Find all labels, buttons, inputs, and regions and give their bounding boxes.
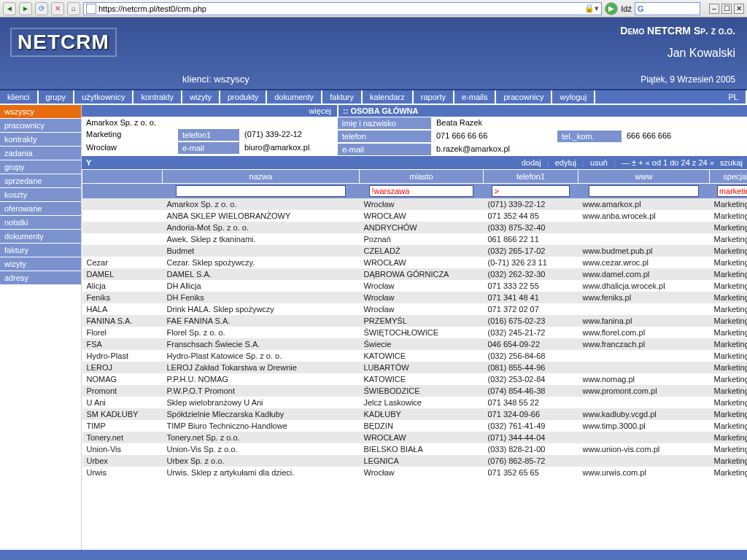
menu-faktury[interactable]: faktury — [322, 90, 363, 104]
sidebar-item-oferowane[interactable]: oferowane — [0, 202, 81, 216]
table-row[interactable]: SM KADŁUBYSpółdzielnie Mleczarska Kadłub… — [82, 408, 748, 420]
cell-www: www.timp.3000.pl — [578, 420, 710, 432]
table-row[interactable]: Andoria-Mot Sp. z o. o.ANDRYCHÓW(033) 87… — [82, 222, 748, 233]
cell-miasto: LUBARTÓW — [360, 362, 484, 373]
cell-miasto: WROCŁAW — [360, 257, 484, 268]
cell-miasto: BĘDZIN — [360, 420, 484, 432]
table-row[interactable]: ANBA SKLEP WIELOBRANŻOWYWROCŁAW071 352 4… — [82, 210, 748, 222]
reload-button[interactable]: ⟳ — [35, 2, 48, 15]
table-row[interactable]: UrwisUrwis. Sklep z artykułami dla dziec… — [82, 467, 748, 478]
cell-miasto: Świecie — [360, 338, 484, 350]
menu-dokumenty[interactable]: dokumenty — [267, 90, 322, 104]
dropdown-icon[interactable]: ▾ — [595, 4, 599, 13]
col-short[interactable] — [82, 170, 163, 184]
table-row[interactable]: Amarkox Sp. z o. o.Wrocław(071) 339-22-1… — [82, 198, 748, 210]
table-row[interactable]: BudmetCZELADŹ(032) 265-17-02www.budmet.p… — [82, 245, 748, 257]
restore-button[interactable]: ☐ — [721, 4, 732, 14]
cell-short: Tonery.net — [82, 432, 163, 443]
action-search[interactable]: szukaj — [720, 158, 743, 167]
table-row[interactable]: TIMPTIMP Biuro Techniczno-HandloweBĘDZIN… — [82, 420, 748, 432]
sidebar-item-koszty[interactable]: koszty — [0, 188, 81, 202]
sidebar-item-adresy[interactable]: adresy — [0, 271, 81, 285]
filter-www[interactable] — [589, 185, 699, 197]
menu-e-mails[interactable]: e-mails — [454, 90, 496, 104]
stop-button[interactable]: ✕ — [51, 2, 64, 15]
table-row[interactable]: UrbexUrbex Sp. z o.o.LEGNICA(076) 862-85… — [82, 455, 748, 467]
action-delete[interactable]: usuń — [590, 158, 608, 167]
home-button[interactable]: ⌂ — [67, 2, 80, 15]
more-link[interactable]: więcej — [303, 105, 337, 117]
table-row[interactable]: FSAFranschsach Świecie S.A.Świecie046 65… — [82, 338, 748, 350]
menu-wizyty[interactable]: wizyty — [182, 90, 220, 104]
col-nazwa[interactable]: nazwa — [163, 170, 360, 184]
minimize-button[interactable]: – — [709, 4, 719, 14]
action-add[interactable]: dodaj — [522, 158, 541, 167]
sidebar-item-kontrakty[interactable]: kontrakty — [0, 133, 81, 147]
menu-produkty[interactable]: produkty — [220, 90, 267, 104]
col-www[interactable]: www — [578, 170, 710, 184]
cell-miasto: Poznań — [360, 233, 484, 245]
table-row[interactable]: CezarCezar. Sklep spożywczy.WROCŁAW(0-71… — [82, 257, 748, 268]
forward-button[interactable]: ► — [19, 2, 32, 15]
col-telefon1[interactable]: telefon1 — [484, 170, 578, 184]
pager[interactable]: — ± + « od 1 do 24 z 24 » — [622, 158, 714, 167]
filter-telefon1[interactable] — [492, 185, 569, 197]
sidebar-item-wszyscy[interactable]: wszyscy — [0, 105, 81, 119]
company-city: Wrocław — [82, 141, 177, 155]
lock-icon: 🔒 — [584, 4, 595, 13]
logo: NETCRM — [10, 28, 117, 57]
cell-spec: Marketing — [710, 245, 748, 257]
table-row[interactable]: Tonery.netTonery.net Sp. z o.o.WROCŁAW(0… — [82, 432, 748, 443]
cell-short — [82, 222, 163, 233]
table-row[interactable]: NOMAGP.P.H.U. NOMAGKATOWICE(032) 253-02-… — [82, 373, 748, 385]
col-miasto[interactable]: miasto — [360, 170, 484, 184]
table-row[interactable]: U AniSklep wielobranżowy U AniJelcz Lask… — [82, 397, 748, 408]
menu-kontrakty[interactable]: kontrakty — [133, 90, 182, 104]
menu-grupy[interactable]: grupy — [39, 90, 75, 104]
cell-www — [578, 222, 710, 233]
table-row[interactable]: Union-VisUnion-Vis Sp. z o.o.BIELSKO BIA… — [82, 443, 748, 455]
sidebar-item-notatki[interactable]: notatki — [0, 216, 81, 230]
menu-użytkownicy[interactable]: użytkownicy — [74, 90, 133, 104]
go-button[interactable]: ▶ — [605, 2, 618, 15]
cell-miasto: CZELADŹ — [360, 245, 484, 257]
cell-www — [578, 303, 710, 315]
address-bar[interactable]: https://netcrm.pl/test0/crm.php 🔒 ▾ — [83, 2, 602, 15]
sidebar-item-faktury[interactable]: faktury — [0, 244, 81, 257]
sidebar-item-wizyty[interactable]: wizyty — [0, 257, 81, 271]
table-row[interactable]: HALADrink HALA. Sklep spożywczyWrocław07… — [82, 303, 748, 315]
menu-raporty[interactable]: raporty — [414, 90, 454, 104]
sidebar-item-zadania[interactable]: zadania — [0, 147, 81, 160]
filter-spec[interactable] — [717, 185, 747, 197]
table-row[interactable]: AlicjaDH AllicjaWrocław071 333 22 55www.… — [82, 280, 748, 292]
table-row[interactable]: FeniksDH FeniksWrocław071 341 48 41www.f… — [82, 292, 748, 303]
filter-nazwa[interactable] — [176, 185, 345, 197]
clients-table-wrap[interactable]: nazwamiastotelefon1wwwspecjalizacja Amar… — [82, 169, 747, 526]
table-row[interactable]: Awek. Sklep z tkaninami.Poznań061 866 22… — [82, 233, 748, 245]
back-button[interactable]: ◄ — [3, 2, 16, 15]
sidebar-item-pracownicy[interactable]: pracownicy — [0, 119, 81, 133]
action-edit[interactable]: edytuj — [555, 158, 576, 167]
menu-kalendarz[interactable]: kalendarz — [363, 90, 414, 104]
cell-short: TIMP — [82, 420, 163, 432]
table-row[interactable]: FANINA S.A.FAE FANINA S.A.PRZEMYŚL(016) … — [82, 315, 748, 327]
cell-telefon: 071 341 48 41 — [484, 292, 578, 303]
filter-miasto[interactable] — [369, 185, 473, 197]
sidebar-item-grupy[interactable]: grupy — [0, 160, 81, 174]
cell-short: Urbex — [82, 455, 163, 467]
table-row[interactable]: PromontP.W.P.O.T PromontŚWIEBODZICE(074)… — [82, 385, 748, 397]
col-specjalizacja[interactable]: specjalizacja — [710, 170, 748, 184]
menu-pracownicy[interactable]: pracownicy — [496, 90, 552, 104]
table-row[interactable]: Hydro-PlastHydro-Plast Katowice Sp. z o.… — [82, 350, 748, 362]
cell-miasto: Wrocław — [360, 292, 484, 303]
sidebar-item-dokumenty[interactable]: dokumenty — [0, 230, 81, 244]
table-row[interactable]: LEROJLEROJ Zakład Tokarstwa w DrewnieLUB… — [82, 362, 748, 373]
table-row[interactable]: FlorelFlorel Sp. z o. o.ŚWIĘTOCHŁOWICE(0… — [82, 327, 748, 338]
browser-search[interactable]: G — [635, 2, 700, 15]
close-window-button[interactable]: ✕ — [734, 4, 744, 14]
menu-klienci[interactable]: klienci — [0, 90, 39, 104]
menu-wyloguj[interactable]: wyloguj — [552, 90, 595, 104]
table-row[interactable]: DAMELDAMEL S.A.DĄBROWA GÓRNICZA(032) 262… — [82, 268, 748, 280]
menu-lang[interactable]: PL — [721, 90, 747, 104]
sidebar-item-sprzedane[interactable]: sprzedane — [0, 174, 81, 188]
